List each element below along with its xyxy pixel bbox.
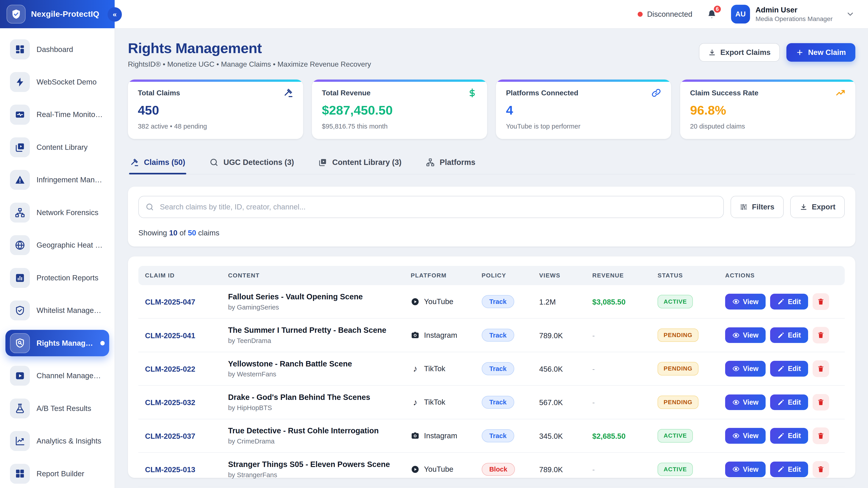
sidebar-item-realtime-monitoring[interactable]: Real-Time Monitoring [5,101,109,128]
claim-id[interactable]: CLM-2025-041 [145,331,195,340]
sidebar-item-report-builder[interactable]: Report Builder [5,460,109,487]
search-input[interactable] [138,196,724,218]
delete-button[interactable] [813,327,829,344]
warning-triangle-icon [10,170,30,190]
chevron-down-icon [846,10,855,19]
view-button[interactable]: View [725,428,766,444]
policy-badge: Block [482,463,515,476]
stat-label: Claim Success Rate [690,89,758,97]
sidebar-item-content-library[interactable]: Content Library [5,134,109,161]
view-button[interactable]: View [725,394,766,410]
edit-button[interactable]: Edit [770,361,808,377]
sidebar-item-protection-reports[interactable]: Protection Reports [5,265,109,291]
claim-id[interactable]: CLM-2025-013 [145,465,195,474]
platform-name: Instagram [424,431,457,440]
edit-button[interactable]: Edit [770,294,808,309]
notifications-button[interactable]: 6 [707,9,717,19]
search-panel: Filters Export Showing 10 of 50 claims [128,187,855,247]
sidebar-item-network-forensics[interactable]: Network Forensics [5,199,109,226]
view-button[interactable]: View [725,327,766,343]
revenue-value: - [592,398,595,407]
content-title: Drake - God's Plan Behind The Scenes [228,393,397,402]
platform-name: TikTok [424,364,445,373]
content-creator: by GamingSeries [228,303,397,311]
stat-subtext: $95,816.75 this month [322,123,477,130]
delete-button[interactable] [813,461,829,478]
eye-icon [733,432,740,440]
tab-content-library[interactable]: Content Library (3) [317,152,403,174]
notification-count-badge: 6 [713,5,722,13]
pencil-icon [777,466,784,473]
sidebar-item-analytics-insights[interactable]: Analytics & Insights [5,428,109,454]
eye-icon [733,298,740,305]
network-icon [426,158,435,167]
export-label: Export [812,203,835,211]
connection-status: Disconnected [638,10,692,19]
filters-button[interactable]: Filters [731,196,784,218]
delete-button[interactable] [813,293,829,310]
platform-name: YouTube [424,297,454,306]
active-indicator-dot [100,341,105,346]
col-policy: POLICY [475,266,532,285]
edit-button[interactable]: Edit [770,394,808,410]
globe-icon [10,235,30,255]
download-icon [708,48,716,56]
claim-id[interactable]: CLM-2025-032 [145,398,195,407]
view-button[interactable]: View [725,361,766,377]
col-platform: PLATFORM [404,266,475,285]
trash-icon [817,298,825,305]
table-row-partial [138,486,845,488]
delete-button[interactable] [813,394,829,411]
claim-id[interactable]: CLM-2025-037 [145,432,195,440]
content-title: Yellowstone - Ranch Battle Scene [228,359,397,368]
eye-icon [733,399,740,406]
youtube-icon [411,297,420,306]
edit-button[interactable]: Edit [770,428,808,444]
sidebar-item-rights-management[interactable]: Rights Manageme... [5,330,109,357]
new-claim-label: New Claim [808,48,846,57]
views-value: 789.0K [539,331,563,340]
sidebar-item-websocket-demo[interactable]: WebSocket Demo [5,69,109,95]
tab-claims[interactable]: Claims (50) [129,152,186,174]
policy-badge: Track [482,362,514,375]
sidebar-item-whitelist-management[interactable]: Whitelist Management [5,297,109,324]
claim-id[interactable]: CLM-2025-022 [145,365,195,373]
sidebar-item-label: Whitelist Management [37,306,105,315]
trash-icon [817,365,825,372]
sidebar-item-ab-test-results[interactable]: A/B Test Results [5,395,109,422]
sidebar-item-label: Rights Manageme... [37,339,94,348]
delete-button[interactable] [813,360,829,377]
filters-label: Filters [752,203,774,211]
table-header-row: CLAIM ID CONTENT PLATFORM POLICY VIEWS R… [138,266,845,285]
status-badge: PENDING [657,396,698,409]
stat-subtext: 20 disputed claims [690,123,845,130]
sidebar-item-label: Protection Reports [37,273,98,282]
sidebar-item-infringement-management[interactable]: Infringement Manage... [5,167,109,193]
table-row: CLM-2025-047 Fallout Series - Vault Open… [138,285,845,318]
tab-label: Content Library (3) [332,158,402,167]
claim-id[interactable]: CLM-2025-047 [145,298,195,306]
new-claim-button[interactable]: New Claim [786,43,855,62]
edit-button[interactable]: Edit [770,327,808,343]
tab-bar: Claims (50) UGC Detections (3) Content L… [128,152,855,174]
sidebar-item-geographic-heat-map[interactable]: Geographic Heat Map [5,232,109,259]
video-library-icon [10,137,30,157]
sidebar-item-dashboard[interactable]: Dashboard [5,36,109,63]
sidebar-item-channel-management[interactable]: Channel Management [5,362,109,389]
sidebar-collapse-button[interactable]: « [107,7,122,22]
shield-search-icon [10,333,30,353]
delete-button[interactable] [813,427,829,444]
export-claims-button[interactable]: Export Claims [699,43,780,62]
tab-platforms[interactable]: Platforms [425,152,476,174]
user-menu[interactable]: AU Admin User Media Operations Manager [731,5,855,24]
view-button[interactable]: View [725,462,766,477]
export-button[interactable]: Export [790,196,845,218]
sidebar: Nexgile-ProtectIQ « Dashboard WebSocket … [0,0,115,488]
trash-icon [817,398,825,406]
col-claim-id: CLAIM ID [138,266,221,285]
tab-ugc-detections[interactable]: UGC Detections (3) [209,152,295,174]
edit-button[interactable]: Edit [770,462,808,477]
tiktok-icon: ♪ [411,364,420,373]
gavel-icon [283,88,293,98]
view-button[interactable]: View [725,294,766,309]
